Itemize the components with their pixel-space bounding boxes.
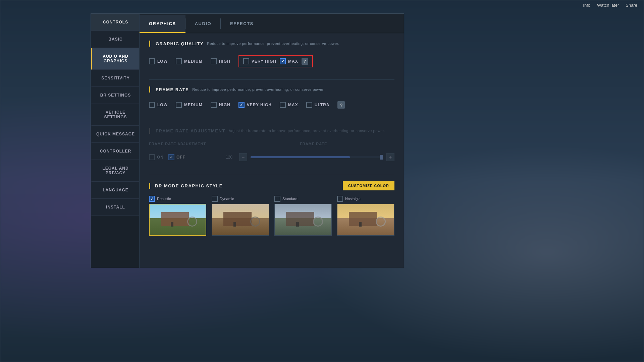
- frame-rate-high[interactable]: HIGH: [211, 102, 230, 108]
- divider-1: [149, 79, 394, 80]
- frame-rate-title: FRAME RATE: [156, 87, 189, 92]
- style-card-img-standard[interactable]: [274, 204, 332, 236]
- sidebar-item-vehicle-settings[interactable]: VEHICLE SETTINGS: [91, 104, 139, 126]
- info-link[interactable]: Info: [583, 3, 590, 8]
- style-card-img-nostalgia[interactable]: [337, 204, 394, 236]
- frame-rate-max[interactable]: MAX: [280, 102, 298, 108]
- frame-rate-options: LOW MEDIUM HIGH VERY HIGH: [149, 99, 394, 111]
- checkbox-style-realistic[interactable]: [149, 196, 155, 202]
- label-fr-very-high: VERY HIGH: [247, 103, 272, 107]
- scene-character-nostalgia: [359, 222, 362, 227]
- checkbox-gq-high[interactable]: [211, 58, 217, 64]
- slider-fill: [251, 156, 350, 158]
- help-icon-gq[interactable]: ?: [302, 58, 308, 65]
- br-mode-header: BR MODE GRAPHIC STYLE CUSTOMIZE COLOR: [149, 181, 394, 190]
- toggle-off[interactable]: OFF: [168, 154, 185, 160]
- slider-track[interactable]: [251, 156, 383, 158]
- checkbox-gq-max[interactable]: [280, 58, 286, 64]
- scene-ferris-realistic: [187, 217, 197, 227]
- sidebar-item-quick-message[interactable]: QUICK MESSAGE: [91, 126, 139, 143]
- graphic-quality-title: GRAPHIC QUALITY: [156, 41, 204, 46]
- scene-building-standard: [286, 212, 315, 226]
- frame-rate-section: FRAME RATE Reduce to improve performance…: [149, 86, 394, 111]
- sidebar-item-basic[interactable]: BASIC: [91, 31, 139, 48]
- style-card-standard[interactable]: Standard: [274, 196, 332, 236]
- slider-container: 120 − +: [226, 153, 394, 161]
- tab-audio[interactable]: AUDIO: [185, 15, 221, 33]
- checkbox-style-nostalgia[interactable]: [337, 196, 343, 202]
- sidebar: CONTROLS BASIC AUDIO AND GRAPHICS SENSIT…: [91, 14, 140, 268]
- frame-rate-medium[interactable]: MEDIUM: [176, 102, 203, 108]
- label-fr-ultra: ULTRA: [315, 103, 330, 107]
- frame-rate-very-high[interactable]: VERY HIGH: [238, 102, 272, 108]
- graphic-quality-header: GRAPHIC QUALITY Reduce to improve perfor…: [149, 41, 394, 47]
- style-card-label-realistic: Realistic: [149, 196, 206, 202]
- frame-rate-desc: Reduce to improve performance, prevent o…: [192, 87, 325, 92]
- frame-rate-adjustment-header: FRAME RATE ADJUSTMENT Adjust the frame r…: [149, 128, 394, 134]
- sidebar-item-controller[interactable]: CONTROLLER: [91, 143, 139, 160]
- checkbox-fr-very-high[interactable]: [238, 102, 245, 108]
- checkbox-style-standard[interactable]: [274, 196, 280, 202]
- scene-character-realistic: [171, 222, 173, 227]
- graphic-quality-very-high[interactable]: VERY HIGH: [243, 58, 276, 64]
- frame-rate-adjustment-title: FRAME RATE ADJUSTMENT: [156, 128, 225, 133]
- checkbox-style-dynamic[interactable]: [212, 196, 218, 202]
- style-card-dynamic[interactable]: Dynamic: [212, 196, 269, 236]
- scene-ferris-dynamic: [250, 217, 260, 227]
- style-card-label-standard: Standard: [274, 196, 332, 202]
- label-fr-low: LOW: [157, 103, 168, 107]
- checkbox-fr-medium[interactable]: [176, 102, 182, 108]
- label-gq-very-high: VERY HIGH: [252, 59, 276, 64]
- style-cards: Realistic: [149, 196, 394, 236]
- checkbox-off[interactable]: [168, 154, 174, 160]
- scene-building-dynamic: [223, 212, 252, 226]
- checkbox-gq-low[interactable]: [149, 58, 155, 64]
- section-accent-fradj: [149, 128, 150, 134]
- label-fr-medium: MEDIUM: [184, 103, 203, 107]
- style-card-nostalgia[interactable]: Nostalgia: [337, 196, 394, 236]
- watch-later-link[interactable]: Watch later: [597, 3, 619, 8]
- section-accent-frame-rate: [149, 86, 150, 93]
- sidebar-item-controls[interactable]: CONTROLS: [91, 14, 139, 31]
- style-card-img-dynamic[interactable]: [212, 204, 269, 236]
- graphic-quality-medium[interactable]: MEDIUM: [176, 58, 203, 64]
- section-accent-br-mode: [149, 183, 150, 189]
- slider-value: 120: [226, 155, 236, 160]
- tab-effects[interactable]: EFFECTS: [221, 15, 263, 33]
- scene-ferris-standard: [313, 217, 323, 227]
- slider-minus-button[interactable]: −: [239, 153, 247, 161]
- style-card-realistic[interactable]: Realistic: [149, 196, 206, 236]
- checkbox-on[interactable]: [149, 154, 155, 160]
- slider-plus-button[interactable]: +: [386, 153, 394, 161]
- frame-rate-adjustment-row: ON OFF 120 −: [149, 150, 394, 165]
- help-icon-fr[interactable]: ?: [337, 101, 345, 109]
- label-fr-max: MAX: [288, 103, 298, 107]
- sidebar-item-install[interactable]: INSTALL: [91, 199, 139, 216]
- sidebar-item-legal-and-privacy[interactable]: LEGAL AND PRIVACY: [91, 160, 139, 182]
- customize-color-button[interactable]: CUSTOMIZE COLOR: [343, 181, 394, 190]
- share-link[interactable]: Share: [626, 3, 637, 8]
- checkbox-gq-very-high[interactable]: [243, 58, 249, 64]
- graphic-quality-max[interactable]: MAX: [280, 58, 298, 64]
- graphic-quality-high[interactable]: HIGH: [211, 58, 230, 64]
- checkbox-gq-medium[interactable]: [176, 58, 182, 64]
- toggle-on[interactable]: ON: [149, 154, 164, 160]
- slider-thumb[interactable]: [380, 155, 383, 160]
- sidebar-item-sensitivity[interactable]: SENSITIVITY: [91, 70, 139, 87]
- sidebar-item-br-settings[interactable]: BR SETTINGS: [91, 87, 139, 104]
- graphic-quality-low[interactable]: LOW: [149, 58, 168, 64]
- scene-character-standard: [296, 222, 299, 227]
- label-gq-high: HIGH: [219, 59, 230, 64]
- style-card-label-nostalgia: Nostalgia: [337, 196, 394, 202]
- sidebar-item-audio-and-graphics[interactable]: AUDIO AND GRAPHICS: [91, 48, 139, 70]
- checkbox-fr-max[interactable]: [280, 102, 286, 108]
- sidebar-item-language[interactable]: LANGUAGE: [91, 182, 139, 199]
- frame-rate-ultra[interactable]: ULTRA: [306, 102, 330, 108]
- divider-2: [149, 121, 394, 121]
- frame-rate-low[interactable]: LOW: [149, 102, 168, 108]
- tab-graphics[interactable]: GRAPHICS: [140, 15, 185, 33]
- checkbox-fr-ultra[interactable]: [306, 102, 312, 108]
- checkbox-fr-low[interactable]: [149, 102, 155, 108]
- style-card-img-realistic[interactable]: [149, 204, 206, 236]
- checkbox-fr-high[interactable]: [211, 102, 217, 108]
